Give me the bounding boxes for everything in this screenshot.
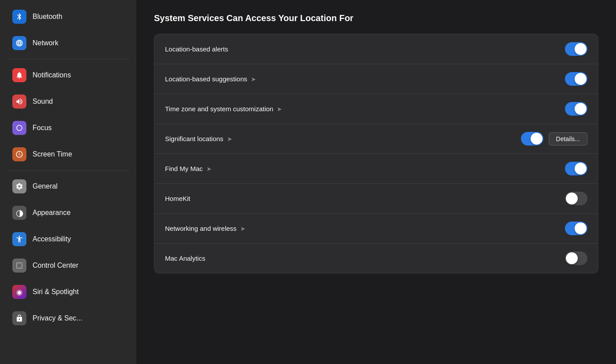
section-title: System Services Can Access Your Location… — [154, 13, 598, 23]
sidebar-label-focus: Focus — [33, 124, 52, 132]
location-suggestions-text: Location-based suggestions — [165, 75, 247, 83]
sidebar-label-bluetooth: Bluetooth — [33, 13, 62, 21]
row-networking-wireless: Networking and wireless ➤ — [154, 214, 598, 244]
sidebar-item-accessibility[interactable]: Accessibility — [4, 227, 133, 251]
sidebar-label-general: General — [33, 182, 58, 190]
network-icon — [12, 36, 26, 50]
bluetooth-icon — [12, 10, 26, 24]
sidebar-item-network[interactable]: Network — [4, 31, 133, 55]
label-significant-locations: Significant locations ➤ — [165, 135, 521, 142]
location-arrow-findmymac: ➤ — [206, 165, 212, 172]
notifications-icon — [12, 68, 26, 82]
toggle-location-alerts[interactable] — [565, 42, 587, 56]
accessibility-icon — [12, 232, 26, 246]
location-arrow-timezone: ➤ — [277, 106, 282, 113]
privacy-icon — [12, 311, 26, 325]
controls-location-suggestions — [565, 72, 587, 86]
row-timezone: Time zone and system customization ➤ — [154, 94, 598, 124]
row-location-alerts: Location-based alerts — [154, 34, 598, 64]
sidebar-item-siri[interactable]: ◉ Siri & Spotlight — [4, 280, 133, 304]
sidebar-label-controlcenter: Control Center — [33, 262, 78, 269]
toggle-find-my-mac[interactable] — [565, 162, 587, 175]
toggle-knob-significant-locations — [531, 133, 543, 145]
settings-panel: Location-based alerts Location-based sug… — [154, 34, 598, 273]
label-homekit: HomeKit — [165, 195, 565, 202]
sidebar-item-general[interactable]: General — [4, 174, 133, 199]
toggle-knob-find-my-mac — [575, 163, 587, 175]
find-my-mac-text: Find My Mac — [165, 165, 203, 172]
row-significant-locations: Significant locations ➤ Details... — [154, 124, 598, 154]
location-arrow-networking: ➤ — [240, 225, 246, 232]
sidebar-label-accessibility: Accessibility — [33, 235, 71, 243]
controls-significant-locations: Details... — [521, 132, 587, 146]
row-location-suggestions: Location-based suggestions ➤ — [154, 64, 598, 94]
sidebar-item-notifications[interactable]: Notifications — [4, 63, 133, 87]
controlcenter-icon — [12, 258, 26, 273]
screentime-icon — [12, 147, 26, 161]
sidebar: Bluetooth Network Notifications Sound — [0, 0, 136, 364]
toggle-location-suggestions[interactable] — [565, 72, 587, 86]
sidebar-separator-1 — [7, 59, 129, 59]
toggle-knob-location-suggestions — [575, 73, 587, 85]
networking-wireless-text: Networking and wireless — [165, 225, 237, 232]
general-icon — [12, 179, 26, 193]
significant-locations-text: Significant locations — [165, 135, 224, 142]
label-networking-wireless: Networking and wireless ➤ — [165, 225, 565, 232]
sidebar-item-bluetooth[interactable]: Bluetooth — [4, 4, 133, 29]
label-find-my-mac: Find My Mac ➤ — [165, 165, 565, 172]
sidebar-item-focus[interactable]: Focus — [4, 116, 133, 140]
timezone-text: Time zone and system customization — [165, 105, 273, 113]
toggle-mac-analytics[interactable] — [565, 251, 587, 265]
toggle-knob-timezone — [575, 103, 587, 115]
toggle-knob-mac-analytics — [566, 252, 578, 264]
toggle-timezone[interactable] — [565, 102, 587, 116]
toggle-knob-networking-wireless — [575, 222, 587, 234]
toggle-knob-homekit — [566, 193, 578, 204]
label-timezone: Time zone and system customization ➤ — [165, 105, 565, 113]
sidebar-item-appearance[interactable]: ◑ Appearance — [4, 200, 133, 225]
label-location-alerts: Location-based alerts — [165, 45, 565, 53]
sidebar-separator-2 — [7, 170, 129, 171]
sidebar-item-controlcenter[interactable]: Control Center — [4, 253, 133, 278]
location-arrow-suggestions: ➤ — [251, 76, 256, 83]
toggle-homekit[interactable] — [565, 192, 587, 205]
label-mac-analytics: Mac Analytics — [165, 255, 565, 262]
controls-mac-analytics — [565, 251, 587, 265]
controls-location-alerts — [565, 42, 587, 56]
controls-networking-wireless — [565, 222, 587, 235]
sidebar-item-screentime[interactable]: Screen Time — [4, 142, 133, 167]
siri-icon: ◉ — [12, 285, 26, 299]
toggle-knob-location-alerts — [575, 43, 587, 55]
controls-find-my-mac — [565, 162, 587, 175]
mac-analytics-text: Mac Analytics — [165, 255, 205, 262]
sidebar-item-privacy[interactable]: Privacy & Sec... — [4, 306, 133, 331]
controls-homekit — [565, 192, 587, 205]
sidebar-label-notifications: Notifications — [33, 71, 71, 79]
sidebar-label-screentime: Screen Time — [33, 150, 72, 158]
toggle-significant-locations[interactable] — [521, 132, 543, 146]
sidebar-label-appearance: Appearance — [33, 209, 70, 217]
row-find-my-mac: Find My Mac ➤ — [154, 154, 598, 184]
sidebar-item-sound[interactable]: Sound — [4, 89, 133, 114]
appearance-icon: ◑ — [12, 206, 26, 220]
main-content: System Services Can Access Your Location… — [136, 0, 616, 364]
sidebar-label-sound: Sound — [33, 98, 53, 106]
sound-icon — [12, 95, 26, 109]
location-alerts-text: Location-based alerts — [165, 45, 228, 53]
toggle-networking-wireless[interactable] — [565, 222, 587, 235]
details-button[interactable]: Details... — [549, 132, 587, 146]
sidebar-label-privacy: Privacy & Sec... — [33, 314, 82, 322]
sidebar-label-network: Network — [33, 39, 59, 47]
controls-timezone — [565, 102, 587, 116]
location-arrow-significant: ➤ — [227, 135, 232, 142]
label-location-suggestions: Location-based suggestions ➤ — [165, 75, 565, 83]
sidebar-label-siri: Siri & Spotlight — [33, 288, 79, 296]
homekit-text: HomeKit — [165, 195, 191, 202]
row-mac-analytics: Mac Analytics — [154, 244, 598, 273]
row-homekit: HomeKit — [154, 184, 598, 214]
focus-icon — [12, 121, 26, 135]
